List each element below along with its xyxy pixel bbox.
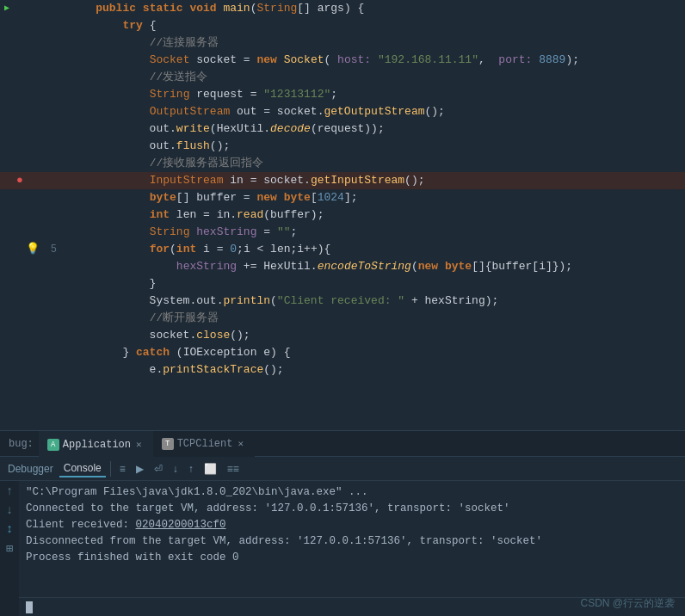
code-line: try {	[0, 17, 685, 34]
console-line-exit: Process finished with exit code 0	[26, 550, 678, 566]
gutter	[0, 327, 62, 344]
gutter	[0, 189, 62, 206]
tab-bar: bug: A Application ✕ T TCPClient ✕	[0, 431, 685, 457]
code-content: out.write(HexUtil.decode(request));	[62, 120, 685, 138]
tab-application-close[interactable]: ✕	[134, 439, 144, 450]
code-content: //断开服务器	[62, 310, 685, 327]
code-line: byte[] buffer = new byte[1024];	[0, 189, 685, 206]
gutter	[0, 344, 62, 361]
console-toolbar: Debugger Console ≡ ▶ ⏎ ↓ ↑ ⬜ ≡≡	[0, 457, 685, 481]
tab-application-label: Application	[63, 439, 131, 451]
gutter: ▶	[0, 0, 62, 17]
code-line: e.printStackTrace();	[0, 361, 685, 379]
code-content: OutputStream out = socket.getOutputStrea…	[62, 103, 685, 120]
code-content: }	[62, 275, 685, 293]
code-line: //连接服务器	[0, 34, 685, 52]
code-content: out.flush();	[62, 138, 685, 155]
code-content: for(int i = 0;i < len;i++){	[62, 241, 685, 258]
console-line: Disconnected from the target VM, address…	[26, 533, 678, 550]
toolbar-icon-1[interactable]: ≡	[115, 461, 130, 477]
run-indicator: ▶	[0, 0, 14, 17]
tcp-icon: T	[162, 438, 174, 450]
code-content: int len = in.read(buffer);	[62, 206, 685, 224]
code-content: System.out.println("Client received: " +…	[62, 293, 685, 310]
code-line: out.write(HexUtil.decode(request));	[0, 120, 685, 138]
line-number: 5	[38, 241, 62, 258]
tab-tcpclient[interactable]: T TCPClient ✕	[153, 431, 255, 457]
editor-console-wrapper: ▶ public static void main(String[] args)…	[0, 0, 685, 616]
toolbar-icon-4[interactable]: ↓	[169, 461, 182, 477]
code-content: String hexString = "";	[62, 224, 685, 241]
main-wrapper: ▶ public static void main(String[] args)…	[0, 0, 685, 616]
bottom-panel: bug: A Application ✕ T TCPClient ✕ Debug…	[0, 430, 685, 616]
debug-prefix: bug:	[3, 438, 39, 450]
sidebar-icon-up[interactable]: ↑	[6, 484, 13, 498]
code-line: hexString += HexUtil.encodeToString(new …	[0, 258, 685, 275]
gutter	[0, 103, 62, 120]
code-line: int len = in.read(buffer);	[0, 206, 685, 224]
gutter	[0, 206, 62, 224]
app-icon: A	[47, 439, 59, 451]
code-line: ▶ public static void main(String[] args)…	[0, 0, 685, 17]
toolbar-icon-6[interactable]: ⬜	[200, 461, 221, 477]
code-line: //断开服务器	[0, 310, 685, 327]
gutter	[0, 138, 62, 155]
sidebar-icon-grid[interactable]: ⊞	[6, 541, 13, 556]
tab-tcpclient-close[interactable]: ✕	[236, 438, 245, 449]
sidebar-icon-down[interactable]: ↓	[6, 503, 13, 517]
toolbar-icon-5[interactable]: ↑	[184, 461, 198, 477]
gutter	[0, 224, 62, 241]
code-content: hexString += HexUtil.encodeToString(new …	[62, 258, 685, 275]
code-lines: ▶ public static void main(String[] args)…	[0, 0, 685, 379]
watermark: CSDN @行云的逆袭	[580, 596, 675, 611]
code-line: //发送指令	[0, 69, 685, 86]
code-content: Socket socket = new Socket( host: "192.1…	[62, 52, 685, 69]
editor-area: ▶ public static void main(String[] args)…	[0, 0, 685, 430]
code-line: String request = "12313112";	[0, 86, 685, 103]
console-sidebar: ↑ ↓ ↕ ⊞	[0, 481, 19, 616]
console-cursor	[26, 601, 33, 613]
code-content: String request = "12313112";	[62, 86, 685, 103]
code-line: //接收服务器返回指令	[0, 155, 685, 172]
code-line: OutputStream out = socket.getOutputStrea…	[0, 103, 685, 120]
gutter: 💡 5	[0, 241, 62, 258]
console-tab-btn[interactable]: Console	[59, 460, 106, 477]
gutter	[0, 120, 62, 138]
code-line-breakpoint: ● InputStream in = socket.getInputStream…	[0, 172, 685, 189]
code-line: System.out.println("Client received: " +…	[0, 293, 685, 310]
gutter	[0, 293, 62, 310]
code-content: //接收服务器返回指令	[62, 155, 685, 172]
console-line: Connected to the target VM, address: '12…	[26, 501, 678, 517]
toolbar-separator	[110, 461, 111, 477]
code-line: String hexString = "";	[0, 224, 685, 241]
toolbar-icon-7[interactable]: ≡≡	[223, 461, 244, 477]
gutter	[0, 310, 62, 327]
code-content: InputStream in = socket.getInputStream()…	[62, 172, 685, 189]
breakpoint-dot-active[interactable]: ●	[14, 172, 26, 189]
code-content: try {	[62, 17, 685, 34]
gutter: ●	[0, 172, 62, 189]
code-content: //连接服务器	[62, 34, 685, 52]
debugger-tab-btn[interactable]: Debugger	[3, 461, 58, 477]
code-content: } catch (IOException e) {	[62, 344, 685, 361]
bookmark-dot-yellow: 💡	[26, 241, 38, 258]
tab-application[interactable]: A Application ✕	[39, 431, 153, 457]
sidebar-icon-updown[interactable]: ↕	[6, 522, 13, 536]
gutter	[0, 258, 62, 275]
tab-tcpclient-label: TCPClient	[177, 438, 233, 450]
code-content: //发送指令	[62, 69, 685, 86]
toolbar-icon-2[interactable]: ▶	[132, 461, 148, 477]
gutter	[0, 52, 62, 69]
toolbar-icon-3[interactable]: ⏎	[150, 461, 167, 477]
code-line: socket.close();	[0, 327, 685, 344]
console-line-received: Client received: 02040200013cf0	[26, 517, 678, 533]
gutter	[0, 17, 62, 34]
gutter	[0, 155, 62, 172]
gutter	[0, 361, 62, 379]
gutter	[0, 275, 62, 293]
gutter	[0, 86, 62, 103]
code-line: } catch (IOException e) {	[0, 344, 685, 361]
code-line: 💡 5 for(int i = 0;i < len;i++){	[0, 241, 685, 258]
code-content: byte[] buffer = new byte[1024];	[62, 189, 685, 206]
hex-value: 02040200013cf0	[136, 519, 226, 531]
